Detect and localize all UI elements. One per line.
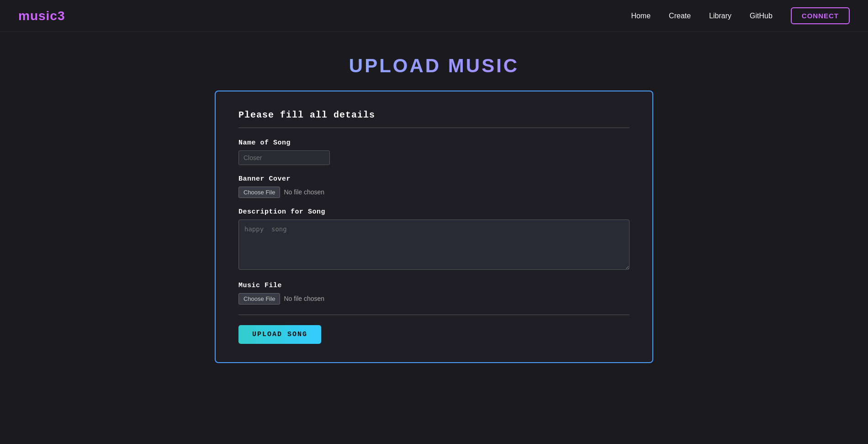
description-label: Description for Song (238, 208, 630, 216)
form-divider-bottom (238, 315, 630, 315)
app-logo[interactable]: music3 (18, 9, 65, 23)
upload-form-container: Please fill all details Name of Song Ban… (215, 91, 653, 363)
song-name-group: Name of Song (238, 139, 630, 165)
banner-cover-label: Banner Cover (238, 175, 630, 183)
music-file-input[interactable] (238, 293, 360, 305)
form-divider-top (238, 128, 630, 128)
connect-button[interactable]: CONNECT (791, 7, 850, 24)
music-file-group: Music File (238, 282, 630, 305)
form-heading: Please fill all details (238, 110, 630, 120)
page-title-section: UPLOAD MUSIC (0, 32, 868, 91)
song-name-input[interactable] (238, 150, 330, 165)
nav-library[interactable]: Library (709, 12, 731, 20)
banner-cover-group: Banner Cover (238, 175, 630, 198)
description-group: Description for Song (238, 208, 630, 272)
nav-create[interactable]: Create (669, 12, 691, 20)
page-title: UPLOAD MUSIC (0, 55, 868, 77)
upload-song-button[interactable]: UPLOAD SONG (238, 325, 321, 344)
nav-github[interactable]: GitHub (750, 12, 773, 20)
song-name-label: Name of Song (238, 139, 630, 147)
nav-home[interactable]: Home (631, 12, 651, 20)
description-textarea[interactable] (238, 219, 630, 270)
navbar: music3 Home Create Library GitHub CONNEC… (0, 0, 868, 32)
banner-cover-input[interactable] (238, 187, 360, 198)
music-file-label: Music File (238, 282, 630, 289)
nav-links: Home Create Library GitHub CONNECT (631, 7, 850, 24)
